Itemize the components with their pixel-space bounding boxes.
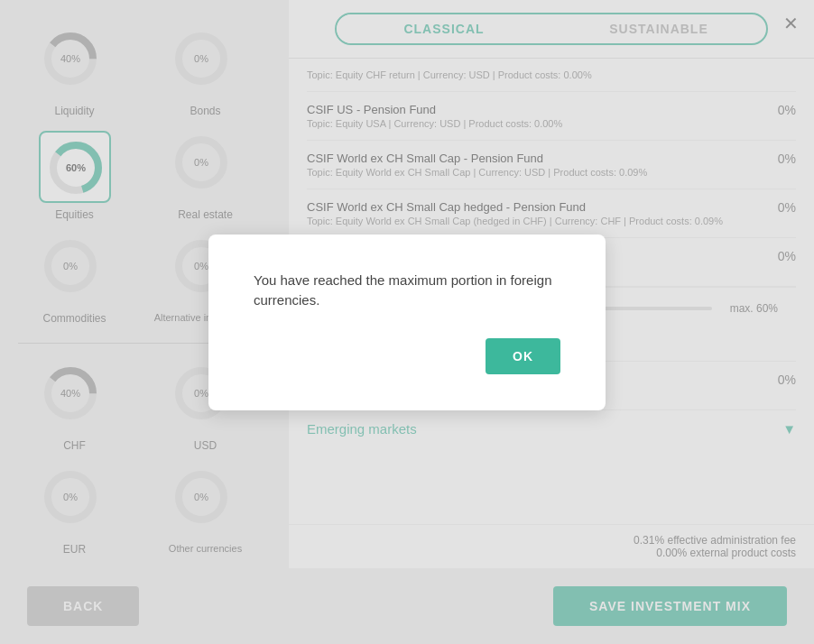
modal-box: You have reached the maximum portion in … (208, 235, 606, 410)
page-background: ✕ 40% Liquidity 0 (0, 0, 814, 644)
modal-overlay: You have reached the maximum portion in … (0, 0, 814, 644)
modal-message: You have reached the maximum portion in … (254, 271, 560, 311)
modal-ok-button[interactable]: OK (486, 338, 560, 374)
